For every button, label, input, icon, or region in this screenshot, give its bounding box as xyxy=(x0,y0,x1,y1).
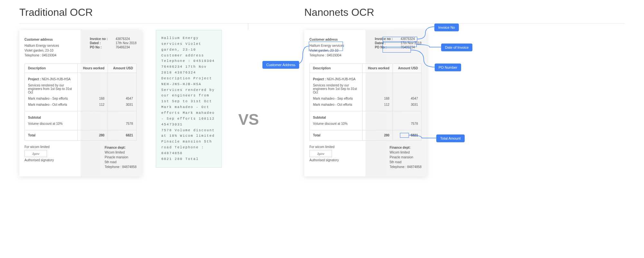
row-hours: 112 xyxy=(78,102,108,111)
discount-lbl: Volume discount at 10% xyxy=(25,121,78,130)
dated-val: 17th Nov 2018 xyxy=(401,41,421,45)
fin-line: Telephone : 84874858 xyxy=(105,164,137,169)
row-desc: Mark mahadeo - Oct efforts xyxy=(310,102,363,111)
row-desc: Mark mahadeo - Oct efforts xyxy=(25,102,78,111)
proj-lbl: Project : xyxy=(313,77,326,81)
auth-sig: Authorised signatory xyxy=(24,158,54,162)
signature-icon: Jgaw xyxy=(309,150,332,157)
total-lbl: Total xyxy=(310,130,363,141)
fin-line: Telephone : 84874858 xyxy=(390,164,421,169)
fin-line: Pinacle mansion xyxy=(105,155,137,160)
po-lbl: PO No : xyxy=(90,45,116,49)
tag-po-number: PO Number xyxy=(435,64,461,71)
nanonets-invoice: Customer address Hallium Energy services… xyxy=(304,30,427,176)
vertical-divider xyxy=(248,24,248,30)
cust-line: Violet garden, 23-10 xyxy=(309,48,344,53)
cust-line: Hallium Energy services xyxy=(24,43,59,48)
cust-line: Hallium Energy services xyxy=(309,43,344,48)
tag-invoice-no: Invoice No xyxy=(434,24,459,31)
dated-lbl: Dated : xyxy=(90,41,116,45)
col-desc: Description xyxy=(25,64,78,73)
col-desc: Description xyxy=(310,64,363,73)
services-desc: Services rendered by our engineers from … xyxy=(310,82,363,95)
raw-ocr-output: Hallium Energy services Violet garden, 2… xyxy=(156,30,222,168)
cust-line: Telephone : 04519304 xyxy=(309,53,344,58)
tag-date-of-invoice: Date of Invoice xyxy=(441,44,472,51)
traditional-invoice: Customer address Hallium Energy services… xyxy=(19,30,142,176)
dated-val: 17th Nov 2018 xyxy=(116,41,137,45)
total-lbl: Total xyxy=(25,130,78,141)
col-amount: Amount USD xyxy=(108,64,137,73)
fin-line: Wicom limited xyxy=(105,150,137,155)
subtotal-lbl: Subtotal xyxy=(25,111,78,121)
signature-icon: Jgaw xyxy=(24,150,47,157)
inv-no-lbl: Invoice no : xyxy=(375,37,401,41)
cust-line: Telephone : 04519304 xyxy=(24,53,59,58)
invoice-table: DescriptionHours workedAmount USD Projec… xyxy=(24,64,137,141)
row-desc: Mark mahadeo - Sep efforts xyxy=(25,95,78,102)
dated-lbl: Dated : xyxy=(375,41,401,45)
nanonets-title: Nanonets OCR xyxy=(304,6,374,18)
row-amount: 4547 xyxy=(108,95,137,102)
inv-no-lbl: Invoice no : xyxy=(90,37,116,41)
total-amount: 6821 xyxy=(393,130,421,141)
fin-label: Finance dept: xyxy=(105,145,137,150)
proj-code: NEH-JNS-HJB-HSA xyxy=(327,77,355,81)
row-amount: 3031 xyxy=(108,102,137,111)
inv-no-val: 43876324 xyxy=(401,37,415,41)
row-desc: Mark mahadeo - Sep efforts xyxy=(310,95,363,102)
row-amount: 3031 xyxy=(393,102,421,111)
tag-customer-address: Customer Address xyxy=(262,61,299,69)
invoice-table: DescriptionHours workedAmount USD Projec… xyxy=(309,64,421,141)
row-amount: 4547 xyxy=(393,95,421,102)
cust-addr-label: Customer address xyxy=(24,37,59,42)
services-desc: Services rendered by our engineers from … xyxy=(25,82,78,95)
auth-sig: Authorised signatory xyxy=(309,158,339,162)
subtotal-lbl: Subtotal xyxy=(310,111,363,121)
po-lbl: PO No : xyxy=(375,45,401,49)
cust-addr-label: Customer address xyxy=(309,37,344,42)
fin-line: Wicom limited xyxy=(390,150,421,155)
total-hours: 280 xyxy=(363,130,393,141)
for-wicom: For wicom limited xyxy=(24,145,54,149)
po-val: 76486234 xyxy=(401,45,415,49)
total-amount: 6821 xyxy=(108,130,137,141)
fin-line: 5th road xyxy=(105,160,137,164)
discount-amt: 7578 xyxy=(108,121,137,130)
tag-total-amount: Total Amount xyxy=(436,134,465,142)
proj-code: NEH-JNS-HJB-HSA xyxy=(42,77,71,81)
discount-amt: 7578 xyxy=(393,121,421,130)
fin-label: Finance dept: xyxy=(390,145,421,150)
col-amount: Amount USD xyxy=(393,64,421,73)
vs-label: VS xyxy=(237,107,260,132)
col-hours: Hours worked xyxy=(78,64,108,73)
row-hours: 112 xyxy=(363,102,393,111)
row-hours: 168 xyxy=(78,95,108,102)
for-wicom: For wicom limited xyxy=(309,145,339,149)
proj-lbl: Project : xyxy=(28,77,41,81)
row-hours: 168 xyxy=(363,95,393,102)
fin-line: 5th road xyxy=(390,160,421,164)
total-hours: 280 xyxy=(78,130,108,141)
cust-line: Violet garden, 23-10 xyxy=(24,48,59,53)
po-val: 76486234 xyxy=(116,45,130,49)
col-hours: Hours worked xyxy=(363,64,393,73)
fin-line: Pinacle mansion xyxy=(390,155,421,160)
discount-lbl: Volume discount at 10% xyxy=(310,121,363,130)
inv-no-val: 43876324 xyxy=(116,37,130,41)
